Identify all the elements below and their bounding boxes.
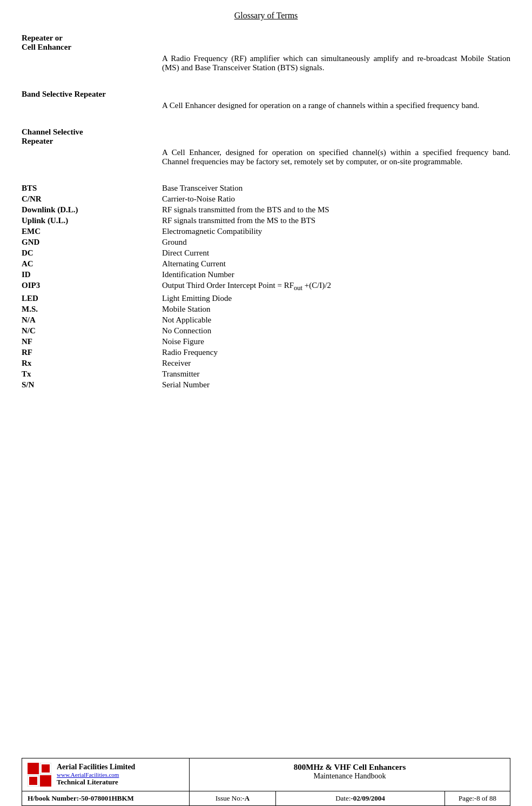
def-cnr: Carrier-to-Noise Ratio [162,194,510,204]
def-downlink: RF signals transmitted from the BTS and … [162,205,510,214]
abbr-downlink: Downlink (D.L.) RF signals transmitted f… [22,205,510,214]
content-spacer [22,542,510,758]
page-number: Page:-8 of 88 [445,791,510,805]
footer-bottom: H/book Number:-50-078001HBKM Issue No:-A… [22,791,510,805]
abbr-id: ID Identification Number [22,270,510,279]
entry-band-selective-repeater: Band Selective Repeater A Cell Enhancer … [22,90,510,110]
term-emc: EMC [22,227,162,236]
term-nc: N/C [22,326,162,335]
def-sn: Serial Number [162,380,510,389]
spacer-1 [22,82,510,90]
def-repeater-cell-enhancer: A Radio Frequency (RF) amplifier which c… [162,54,510,72]
term-sn: S/N [22,380,162,389]
hbook-number: H/book Number:-50-078001HBKM [22,791,190,805]
subscript-out: out [294,284,302,292]
svg-rect-5 [42,764,50,773]
term-tx: Tx [22,370,162,379]
issue-date: Date:-02/09/2004 [276,791,445,805]
def-nc: No Connection [162,326,510,335]
page-wrapper: Glossary of Terms Repeater or Cell Enhan… [0,0,532,806]
abbr-bts: BTS Base Transceiver Station [22,184,510,193]
term-rx: Rx [22,359,162,368]
company-logo-icon [28,763,51,787]
spacer-3 [22,176,510,184]
company-website: www.AerialFacilities.com [57,771,135,778]
product-title: 800MHz & VHF Cell Enhancers [195,763,504,772]
date-value: 02/09/2004 [353,794,385,802]
term-cnr: C/NR [22,194,162,204]
abbr-rx: Rx Receiver [22,359,510,368]
term-gnd: GND [22,238,162,247]
term-led: LED [22,294,162,303]
issue-label: Issue No:- [216,794,245,802]
abbr-nc: N/C No Connection [22,326,510,335]
def-dc: Direct Current [162,248,510,258]
abbr-na: N/A Not Applicable [22,315,510,325]
def-ac: Alternating Current [162,259,510,268]
def-emc: Electromagnetic Compatibility [162,227,510,236]
footer-logo-section: Aerial Facilities Limited www.AerialFaci… [22,758,190,791]
term-nf: NF [22,337,162,346]
term-rf: RF [22,348,162,357]
footer: Aerial Facilities Limited www.AerialFaci… [22,758,510,806]
def-ms: Mobile Station [162,305,510,314]
abbr-dc: DC Direct Current [22,248,510,258]
def-nf: Noise Figure [162,337,510,346]
abbr-sn: S/N Serial Number [22,380,510,389]
logo-text-block: Aerial Facilities Limited www.AerialFaci… [57,763,135,787]
product-subtitle: Maintenance Handbook [195,772,504,781]
abbr-emc: EMC Electromagnetic Compatibility [22,227,510,236]
company-name: Aerial Facilities Limited [57,763,135,771]
term-na: N/A [22,315,162,325]
def-bts: Base Transceiver Station [162,184,510,193]
footer-product: 800MHz & VHF Cell Enhancers Maintenance … [190,758,510,791]
term-ac: AC [22,259,162,268]
def-led: Light Emitting Diode [162,294,510,303]
abbr-ac: AC Alternating Current [22,259,510,268]
def-oip3: Output Third Order Intercept Point = RFo… [162,281,510,292]
abbr-nf: NF Noise Figure [22,337,510,346]
abbr-uplink: Uplink (U.L.) RF signals transmitted fro… [22,216,510,225]
term-bts: BTS [22,184,162,193]
term-dc: DC [22,248,162,258]
term-repeater-cell-enhancer: Repeater or Cell Enhancer [22,33,510,52]
term-band-selective-repeater: Band Selective Repeater [22,90,510,99]
issue-number: Issue No:-A [190,791,276,805]
def-na: Not Applicable [162,315,510,325]
svg-rect-7 [42,777,50,785]
abbreviations-list: BTS Base Transceiver Station C/NR Carrie… [22,184,510,389]
date-label: Date:- [335,794,353,802]
def-gnd: Ground [162,238,510,247]
glossary-content: Repeater or Cell Enhancer A Radio Freque… [22,33,510,542]
technical-literature-label: Technical Literature [57,778,135,787]
def-band-selective-repeater: A Cell Enhancer designed for operation o… [162,101,510,110]
abbr-ms: M.S. Mobile Station [22,305,510,314]
term-id: ID [22,270,162,279]
spacer-2 [22,120,510,127]
def-rx: Receiver [162,359,510,368]
page-label: Page:- [459,794,476,802]
entry-channel-selective-repeater: Channel Selective Repeater A Cell Enhanc… [22,127,510,166]
def-uplink: RF signals transmitted from the MS to th… [162,216,510,225]
issue-value: A [245,794,250,802]
footer-top: Aerial Facilities Limited www.AerialFaci… [22,758,510,791]
def-rf: Radio Frequency [162,348,510,357]
def-channel-selective-repeater: A Cell Enhancer, designed for operation … [162,148,510,166]
entry-repeater-cell-enhancer: Repeater or Cell Enhancer A Radio Freque… [22,33,510,72]
term-downlink: Downlink (D.L.) [22,205,162,214]
page-value: 8 of 88 [476,794,496,802]
abbr-gnd: GND Ground [22,238,510,247]
term-uplink: Uplink (U.L.) [22,216,162,225]
term-ms: M.S. [22,305,162,314]
svg-rect-6 [29,777,37,785]
abbr-rf: RF Radio Frequency [22,348,510,357]
abbr-led: LED Light Emitting Diode [22,294,510,303]
abbr-oip3: OIP3 Output Third Order Intercept Point … [22,281,510,292]
svg-rect-4 [29,764,37,773]
abbr-cnr: C/NR Carrier-to-Noise Ratio [22,194,510,204]
term-oip3: OIP3 [22,281,162,292]
def-id: Identification Number [162,270,510,279]
abbr-tx: Tx Transmitter [22,370,510,379]
def-tx: Transmitter [162,370,510,379]
term-channel-selective-repeater: Channel Selective Repeater [22,127,510,146]
